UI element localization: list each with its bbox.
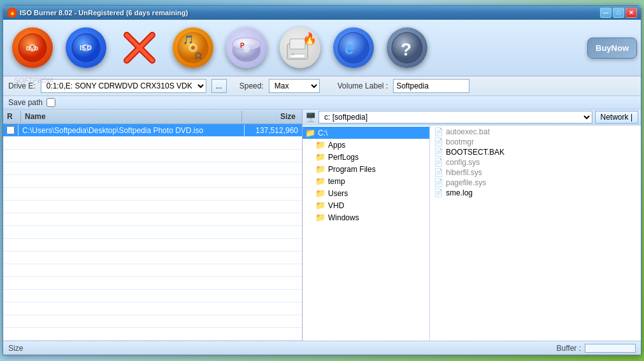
- controls-bar: Drive E: 0:1:0,E: SONY CDRWDVD CRX310S V…: [3, 76, 641, 96]
- svg-text:P: P: [240, 42, 245, 49]
- folder-icon: 📁: [315, 201, 326, 210]
- row-name-cell: C:\Users\Softpedia\Desktop\Softpedia Pho…: [18, 125, 245, 136]
- file-pane: 📄 autoexec.bat 📄 bootmgr 📄 BOOTSECT.BAK …: [430, 125, 641, 341]
- browser-panels: 📁 C:\ 📁 Apps 📁 PerfLogs 📁 Program Files: [303, 125, 641, 341]
- window-controls: — □ ✕: [600, 8, 637, 18]
- music-cd-icon: 🎵 🎧: [173, 27, 213, 68]
- path-select[interactable]: c: [softpedia]: [318, 111, 592, 124]
- tree-item-label: Program Files: [328, 165, 376, 174]
- iso-icon: ISO: [66, 27, 106, 68]
- svg-text:🔥: 🔥: [303, 32, 317, 46]
- svg-text:DVD: DVD: [26, 45, 39, 52]
- list-item[interactable]: 📄 pagefile.sys: [433, 178, 638, 188]
- empty-row: [3, 315, 302, 328]
- svg-text:?: ?: [401, 39, 411, 59]
- speed-select[interactable]: Max 1x 2x 4x: [269, 79, 320, 93]
- savepath-label: Save path: [8, 98, 43, 107]
- list-item[interactable]: 📄 hiberfil.sys: [433, 167, 638, 178]
- folder-icon: 📁: [315, 176, 326, 186]
- empty-row: [3, 239, 302, 251]
- status-size-label: Size: [8, 344, 23, 353]
- drive-select[interactable]: 0:1:0,E: SONY CDRWDVD CRX310S VDK: [41, 79, 206, 93]
- list-item[interactable]: 📄 sme.log: [433, 188, 638, 198]
- erase-button[interactable]: [114, 22, 165, 73]
- empty-row: [3, 162, 302, 175]
- tree-item-label: Users: [328, 189, 348, 198]
- music-cd-button[interactable]: 🎵 🎧: [168, 22, 218, 73]
- buynow-button[interactable]: BuyNow: [587, 38, 637, 59]
- folder-icon: 📁: [305, 128, 315, 138]
- volume-input[interactable]: [393, 79, 469, 93]
- list-item[interactable]: 📄 BOOTSECT.BAK: [433, 147, 638, 157]
- file-name: sme.log: [446, 188, 473, 197]
- empty-row: [3, 251, 302, 264]
- row-checkbox[interactable]: [6, 126, 15, 134]
- internet-button[interactable]: e: [328, 22, 379, 73]
- help-button[interactable]: ?: [382, 22, 433, 73]
- list-item[interactable]: 📄 autoexec.bat: [433, 127, 638, 137]
- internet-icon: e: [333, 27, 374, 68]
- main-window: 🔥 ISO Burner 8.02 - UnRegistered (6 days…: [3, 5, 641, 355]
- tree-item-label: VHD: [328, 201, 344, 210]
- folder-icon: 📁: [315, 213, 326, 222]
- savepath-checkbox[interactable]: [47, 98, 55, 107]
- maximize-button[interactable]: □: [613, 8, 624, 18]
- tree-item-apps[interactable]: 📁 Apps: [303, 139, 429, 151]
- empty-row: [3, 188, 302, 201]
- empty-row: [3, 226, 302, 239]
- tree-item-label: Windows: [328, 213, 359, 222]
- tree-item-root[interactable]: 📁 C:\: [303, 127, 429, 139]
- empty-row: [3, 277, 302, 290]
- folder-icon: 📁: [315, 164, 326, 174]
- status-bar: Size Buffer :: [3, 341, 641, 355]
- window-title: ISO Burner 8.02 - UnRegistered (6 days r…: [20, 9, 188, 17]
- column-r: R: [6, 111, 21, 122]
- svg-text:🎵: 🎵: [183, 34, 194, 45]
- file-icon: 📄: [434, 127, 443, 136]
- empty-row: [3, 264, 302, 277]
- svg-text:ISO: ISO: [80, 44, 92, 52]
- svg-point-14: [191, 46, 195, 50]
- app-icon: 🔥: [7, 8, 17, 18]
- empty-row: [3, 175, 302, 188]
- tree-item-users[interactable]: 📁 Users: [303, 187, 429, 199]
- erase-icon: [119, 27, 160, 68]
- tree-item-windows[interactable]: 📁 Windows: [303, 211, 429, 223]
- dvd-video-button[interactable]: DVD: [7, 22, 58, 73]
- savepath-bar: Save path: [3, 96, 641, 110]
- minimize-button[interactable]: —: [600, 8, 612, 18]
- empty-row: [3, 201, 302, 213]
- svg-rect-24: [291, 53, 294, 55]
- empty-row: [3, 137, 302, 150]
- buffer-progress-bar: [585, 344, 636, 353]
- list-item[interactable]: 📄 bootmgr: [433, 137, 638, 147]
- tree-item-vhd[interactable]: 📁 VHD: [303, 199, 429, 211]
- file-list-body: C:\Users\Softpedia\Desktop\Softpedia Pho…: [3, 124, 302, 341]
- svg-text:🎧: 🎧: [194, 52, 203, 60]
- empty-row: [3, 290, 302, 302]
- file-list-panel: R Name Size C:\Users\Softpedia\Desktop\S…: [3, 110, 303, 341]
- burn-button[interactable]: 🔥: [275, 22, 326, 73]
- network-button[interactable]: Network |: [595, 111, 638, 124]
- buffer-label: Buffer :: [557, 344, 581, 353]
- file-name: pagefile.sys: [446, 178, 486, 187]
- tree-item-perflogs[interactable]: 📁 PerfLogs: [303, 151, 429, 163]
- data-cd-icon: P: [226, 27, 267, 68]
- file-icon: 📄: [434, 178, 443, 187]
- empty-row: [3, 302, 302, 315]
- buynow-area: BuyNow: [587, 38, 637, 59]
- tree-item-temp[interactable]: 📁 temp: [303, 175, 429, 187]
- empty-row: [3, 150, 302, 162]
- svg-text:e: e: [345, 38, 355, 58]
- empty-file-rows: [3, 137, 302, 341]
- browse-button[interactable]: ...: [211, 79, 227, 93]
- tree-item-programfiles[interactable]: 📁 Program Files: [303, 163, 429, 175]
- tree-item-label: Apps: [328, 141, 345, 150]
- tree-item-label: C:\: [318, 129, 327, 138]
- close-button[interactable]: ✕: [626, 8, 637, 18]
- list-item[interactable]: 📄 config.sys: [433, 157, 638, 167]
- data-cd-button[interactable]: P: [221, 22, 272, 73]
- iso-button[interactable]: ISO: [61, 22, 111, 73]
- table-row[interactable]: C:\Users\Softpedia\Desktop\Softpedia Pho…: [3, 124, 302, 137]
- help-icon: ?: [387, 27, 427, 68]
